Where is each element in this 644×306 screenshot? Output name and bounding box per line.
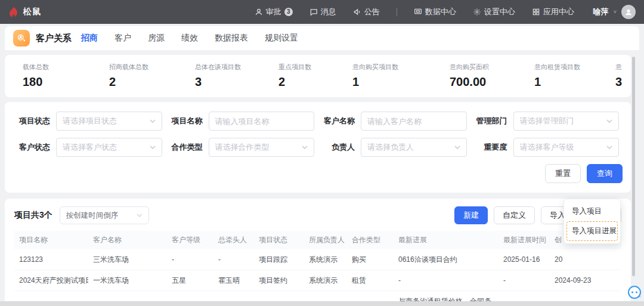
col-customer-level: 客户等级 <box>167 231 213 249</box>
col-latest-progress-time: 最新进展时间 <box>499 231 550 249</box>
chevron-down-icon <box>150 146 156 149</box>
topbar-item-label: 应用中心 <box>543 7 574 17</box>
import-dropdown-menu: 导入项目 导入项目进展 <box>564 199 621 244</box>
avatar[interactable] <box>621 5 636 19</box>
col-customer-name: 客户名称 <box>88 231 167 249</box>
module-nav: 客户关系 招商 客户 房源 绩效 数据报表 规则设置 <box>5 26 639 50</box>
col-cooperation-type: 合作类型 <box>347 231 394 249</box>
user-menu[interactable]: 喻萍 ˅ <box>593 5 636 19</box>
topbar-item-settings-center[interactable]: 设置中心 <box>473 7 515 17</box>
customer-name-input-wrap <box>361 112 467 131</box>
topbar-divider <box>397 8 397 16</box>
table-header-row: 项目名称 客户名称 客户等级 总牵头人 项目状态 所属负责人 合作类型 最新进展… <box>14 231 621 249</box>
filter-customer-status: 客户状态 请选择客户状态 <box>13 138 162 157</box>
topbar-menu: 审批 3 消息 公告 数据中心 设置中心 应用中心 喻萍 ˅ <box>255 5 636 19</box>
topbar-item-announcements[interactable]: 公告 <box>353 7 380 17</box>
announcement-icon <box>353 8 361 16</box>
topbar-item-label: 审批 <box>266 7 281 17</box>
brand[interactable]: 松鼠 <box>23 7 41 17</box>
customer-relations-icon <box>13 30 30 47</box>
col-owner: 所属负责人 <box>304 231 347 249</box>
avatar-person-icon <box>624 8 633 16</box>
sort-order-select[interactable]: 按创建时间倒序 <box>60 206 149 224</box>
col-project-status: 项目状态 <box>254 231 304 249</box>
brand-name: 松鼠 <box>23 7 41 17</box>
topbar-item-label: 公告 <box>364 7 380 17</box>
topbar-item-app-center[interactable]: 应用中心 <box>532 7 574 17</box>
table-row[interactable]: 2024天府产投测试项目 一米洗车场 五星 霍玉晴 项目签约 系统演示 租赁 -… <box>14 270 621 291</box>
brand-logo-icon <box>8 7 18 18</box>
cooperation-type-select[interactable]: 请选择合作类型 <box>209 138 315 157</box>
col-lead-person: 总牵头人 <box>213 231 254 249</box>
topbar-item-approvals[interactable]: 审批 3 <box>255 7 293 17</box>
tab-kehu[interactable]: 客户 <box>114 33 131 44</box>
topbar-item-label: 设置中心 <box>484 7 515 17</box>
menu-item-import-project[interactable]: 导入项目 <box>566 202 618 221</box>
customer-status-select[interactable]: 请选择客户状态 <box>56 138 162 157</box>
stat-lease-intent-projects: 意向租赁项目数1 <box>516 63 597 89</box>
filter-customer-name: 客户名称 <box>318 112 467 131</box>
stat-carrier-total: 载体总数180 <box>5 63 91 89</box>
filter-owner: 负责人 请选择负责人 <box>318 138 467 157</box>
chevron-down-icon: ˅ <box>614 9 617 15</box>
message-icon <box>309 8 318 16</box>
topbar-item-messages[interactable]: 消息 <box>309 7 336 17</box>
stat-key-projects: 重点项目数2 <box>261 63 335 89</box>
search-button[interactable]: 查询 <box>587 164 623 183</box>
filter-importance: 重要度 请选择客户等级 <box>470 138 620 157</box>
new-button[interactable]: 新建 <box>454 206 488 224</box>
stat-purchase-intent-projects: 意向购买项目数1 <box>335 63 432 89</box>
tab-zhaoshang[interactable]: 招商 <box>81 33 98 44</box>
user-name: 喻萍 <box>593 7 609 17</box>
table-row[interactable]: 123123 三米洗车场 - - 项目跟踪 系统演示 购买 0616洽谈项目合约… <box>14 249 621 270</box>
module-title: 客户关系 <box>36 33 72 44</box>
vertical-scrollbar-thumb[interactable] <box>632 57 635 276</box>
chevron-down-icon <box>150 119 156 123</box>
chat-assistant-button[interactable] <box>627 285 642 299</box>
apps-icon <box>532 8 540 16</box>
tab-jixiao[interactable]: 绩效 <box>181 33 198 44</box>
importance-select[interactable]: 请选择客户等级 <box>513 138 620 157</box>
gear-icon <box>473 8 481 16</box>
module-tabs: 招商 客户 房源 绩效 数据报表 规则设置 <box>81 33 298 44</box>
bottom-strip <box>0 301 644 306</box>
tab-fangyuan[interactable]: 房源 <box>148 33 165 44</box>
project-count-label: 项目共3个 <box>14 210 52 221</box>
project-table: 项目名称 客户名称 客户等级 总牵头人 项目状态 所属负责人 合作类型 最新进展… <box>14 231 621 306</box>
topbar-item-label: 消息 <box>321 7 336 17</box>
user-icon <box>255 8 263 16</box>
stat-projects-in-talk: 总体在谈项目数3 <box>177 63 261 89</box>
filter-project-status: 项目状态 请选择项目状态 <box>13 112 162 131</box>
customize-button[interactable]: 自定义 <box>494 206 535 224</box>
menu-item-import-project-progress[interactable]: 导入项目进展 <box>566 221 618 241</box>
reset-button[interactable]: 重置 <box>545 164 581 183</box>
data-center-icon <box>414 8 422 16</box>
chevron-down-icon <box>137 214 143 217</box>
project-status-select[interactable]: 请选择项目状态 <box>56 112 162 131</box>
owner-select[interactable]: 请选择负责人 <box>361 138 467 157</box>
project-name-input[interactable] <box>215 117 308 126</box>
stats-summary: 载体总数180 招商载体总数2 总体在谈项目数3 重点项目数2 意向购买项目数1… <box>5 55 631 97</box>
stat-truncated: 意3 <box>597 63 631 89</box>
topbar-item-data-center[interactable]: 数据中心 <box>414 7 456 17</box>
approvals-count-badge: 3 <box>284 8 293 16</box>
topbar-item-label: 数据中心 <box>425 7 456 17</box>
chevron-down-icon <box>302 146 308 149</box>
filter-panel: 项目状态 请选择项目状态 项目名称 客户名称 管理部门 请选择管理部门 <box>5 102 631 193</box>
tab-shujubaobiao[interactable]: 数据报表 <box>215 33 248 44</box>
project-list-panel: 项目共3个 按创建时间倒序 新建 自定义 导入 导出 项目名称 客户名称 客户等… <box>5 199 631 306</box>
topbar: 松鼠 审批 3 消息 公告 数据中心 设置中心 应用中心 喻萍 <box>0 0 644 24</box>
stat-purchase-intent-area: 意向购买面积700.00 <box>432 63 516 89</box>
filter-project-name: 项目名称 <box>166 112 315 131</box>
chevron-down-icon <box>454 146 460 149</box>
management-dept-select[interactable]: 请选择管理部门 <box>513 112 620 131</box>
tab-guizeshezhi[interactable]: 规则设置 <box>265 33 298 44</box>
filter-cooperation-type: 合作类型 请选择合作类型 <box>166 138 315 157</box>
customer-name-input[interactable] <box>367 117 460 126</box>
col-latest-progress: 最新进展 <box>394 231 499 249</box>
chevron-down-icon <box>606 119 612 123</box>
filter-management-dept: 管理部门 请选择管理部门 <box>470 112 620 131</box>
col-project-name: 项目名称 <box>14 231 88 249</box>
robot-chat-icon <box>627 285 642 299</box>
project-name-input-wrap <box>209 112 315 131</box>
